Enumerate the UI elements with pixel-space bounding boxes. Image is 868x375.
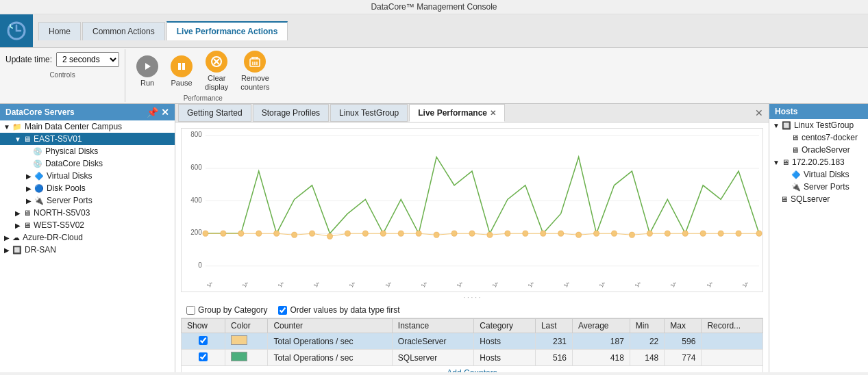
cloud-icon: ☁ bbox=[12, 233, 20, 242]
tree-item-centos7[interactable]: 🖥 centos7-docker bbox=[769, 131, 868, 144]
tab-live-performance[interactable]: Live Performance ✕ bbox=[409, 104, 505, 122]
app-logo[interactable] bbox=[0, 14, 33, 47]
group-by-category-input[interactable] bbox=[186, 306, 195, 315]
nav-tab-home[interactable]: Home bbox=[38, 22, 81, 40]
col-category: Category bbox=[474, 319, 536, 333]
clear-display-button[interactable]: Cleardisplay bbox=[199, 49, 234, 93]
tab-storage-profiles[interactable]: Storage Profiles bbox=[253, 104, 329, 122]
expand-linux-testgroup-r[interactable]: ▼ bbox=[772, 121, 780, 129]
svg-point-38 bbox=[451, 231, 457, 236]
row2-instance: SQLserver bbox=[392, 350, 474, 366]
row2-max: 774 bbox=[665, 350, 702, 366]
tree-item-west-s5v02[interactable]: ▶ 🖥 WEST-S5V02 bbox=[0, 219, 175, 231]
expand-dr-san[interactable]: ▶ bbox=[3, 246, 11, 254]
right-panel-title: Hosts bbox=[775, 107, 797, 116]
svg-point-50 bbox=[665, 231, 670, 236]
controls-label: Controls bbox=[49, 71, 75, 79]
order-values-input[interactable] bbox=[278, 306, 287, 315]
hosts-tree: ▼ 🔲 Linux TestGroup 🖥 centos7-docker 🖥 O… bbox=[769, 119, 868, 205]
svg-point-37 bbox=[434, 232, 439, 237]
table-row[interactable]: Total Operations / sec SQLserver Hosts 5… bbox=[182, 350, 763, 366]
add-counters-link[interactable]: Add Counters bbox=[447, 368, 497, 372]
row2-average: 418 bbox=[573, 350, 630, 366]
row1-max: 596 bbox=[665, 333, 702, 350]
tree-item-main-dc[interactable]: ▼ 📁 Main Data Center Campus bbox=[0, 120, 175, 133]
svg-point-54 bbox=[736, 231, 741, 236]
tree-item-dr-san[interactable]: ▶ 🔲 DR-SAN bbox=[0, 244, 175, 256]
nav-tab-common-actions[interactable]: Common Actions bbox=[82, 22, 165, 40]
remove-counters-button[interactable]: Removecounters bbox=[235, 49, 275, 93]
expand-north-s5v03[interactable]: ▶ bbox=[14, 209, 22, 217]
vdisk-icon-r: 🔷 bbox=[791, 170, 801, 179]
tree-item-north-s5v03[interactable]: ▶ 🖥 NORTH-S5V03 bbox=[0, 207, 175, 219]
svg-text:0: 0 bbox=[198, 261, 202, 269]
pause-label: Pause bbox=[171, 79, 192, 87]
row1-counter: Total Operations / sec bbox=[268, 333, 392, 350]
update-time-select[interactable]: 2 seconds 1 second 5 seconds 10 seconds … bbox=[56, 52, 119, 67]
tabs-bar: Getting Started Storage Profiles Linux T… bbox=[175, 104, 769, 122]
left-panel: DataCore Servers 📌 ✕ ▼ 📁 Main Data Cente… bbox=[0, 104, 175, 372]
row2-show[interactable] bbox=[182, 350, 225, 366]
order-values-checkbox[interactable]: Order values by data type first bbox=[278, 305, 399, 315]
san-icon: 🔲 bbox=[12, 246, 22, 255]
close-live-performance-tab[interactable]: ✕ bbox=[490, 109, 496, 118]
right-panel: Hosts ▼ 🔲 Linux TestGroup 🖥 centos7-dock… bbox=[769, 104, 868, 372]
svg-point-34 bbox=[380, 231, 386, 236]
row1-color bbox=[225, 333, 268, 350]
table-row[interactable]: Total Operations / sec OracleServer Host… bbox=[182, 333, 763, 350]
svg-point-35 bbox=[398, 231, 404, 236]
clear-label: Cleardisplay bbox=[205, 74, 228, 92]
svg-point-46 bbox=[594, 231, 599, 236]
server-icon-west: 🖥 bbox=[23, 221, 31, 229]
disk-pool-icon: 🔵 bbox=[34, 184, 44, 193]
expand-west-s5v02[interactable]: ▶ bbox=[14, 221, 22, 229]
tree-item-server-ports[interactable]: ▶ 🔌 Server Ports bbox=[0, 194, 175, 207]
svg-text:800: 800 bbox=[190, 131, 202, 139]
tree-item-physical-disks[interactable]: 💿 Physical Disks bbox=[0, 145, 175, 157]
tree-item-172-r[interactable]: ▼ 🖥 172.20.25.183 bbox=[769, 156, 868, 168]
tree-item-server-ports-r[interactable]: 🔌 Server Ports bbox=[769, 181, 868, 193]
expand-disk-pools[interactable]: ▶ bbox=[25, 184, 33, 192]
tree-item-datacore-disks[interactable]: 💿 DataCore Disks bbox=[0, 157, 175, 170]
svg-point-41 bbox=[505, 231, 510, 236]
svg-text:600: 600 bbox=[190, 164, 202, 171]
svg-point-27 bbox=[256, 231, 262, 236]
expand-east-s5v01[interactable]: ▼ bbox=[14, 135, 22, 143]
row1-show[interactable] bbox=[182, 333, 225, 350]
close-all-tabs-button[interactable]: ✕ bbox=[749, 105, 769, 121]
group-by-category-checkbox[interactable]: Group by Category bbox=[186, 305, 267, 315]
svg-point-48 bbox=[629, 232, 634, 237]
expand-server-ports[interactable]: ▶ bbox=[25, 196, 33, 205]
expand-azure-dr-cloud[interactable]: ▶ bbox=[3, 233, 11, 242]
tree-item-east-s5v01[interactable]: ▼ 🖥 EAST-S5V01 bbox=[0, 133, 175, 145]
nav-tab-live-performance-actions[interactable]: Live Performance Actions bbox=[166, 21, 288, 40]
row1-last: 231 bbox=[535, 333, 572, 350]
col-color: Color bbox=[225, 319, 268, 333]
pin-icon[interactable]: 📌 bbox=[147, 107, 158, 118]
run-button[interactable]: Run bbox=[131, 54, 164, 88]
chart-area: 800 600 400 200 0 bbox=[175, 122, 769, 372]
pause-button[interactable]: Pause bbox=[165, 54, 198, 88]
expand-main-dc[interactable]: ▼ bbox=[3, 122, 11, 131]
virtual-disk-icon: 🔷 bbox=[34, 172, 44, 181]
tree-item-oracleserver[interactable]: 🖥 OracleServer bbox=[769, 144, 868, 156]
col-instance: Instance bbox=[392, 319, 474, 333]
col-average: Average bbox=[573, 319, 630, 333]
expand-172-r[interactable]: ▼ bbox=[772, 158, 780, 166]
svg-point-40 bbox=[487, 232, 493, 237]
tree-item-disk-pools[interactable]: ▶ 🔵 Disk Pools bbox=[0, 182, 175, 194]
row1-min: 22 bbox=[630, 333, 664, 350]
add-counters-row[interactable]: Add Counters bbox=[182, 366, 763, 373]
tab-linux-testgroup[interactable]: Linux TestGroup bbox=[330, 104, 408, 122]
close-left-panel-icon[interactable]: ✕ bbox=[161, 107, 169, 118]
col-max: Max bbox=[665, 319, 702, 333]
performance-section: Run Pause bbox=[125, 49, 280, 102]
tree-item-virtual-disks-r[interactable]: 🔷 Virtual Disks bbox=[769, 168, 868, 181]
expand-virtual-disks[interactable]: ▶ bbox=[25, 172, 33, 180]
tree-item-virtual-disks[interactable]: ▶ 🔷 Virtual Disks bbox=[0, 170, 175, 182]
col-counter: Counter bbox=[268, 319, 392, 333]
tree-item-azure-dr-cloud[interactable]: ▶ ☁ Azure-DR-Cloud bbox=[0, 231, 175, 244]
tree-item-linux-testgroup-r[interactable]: ▼ 🔲 Linux TestGroup bbox=[769, 119, 868, 131]
tree-item-sqlserver-r[interactable]: 🖥 SQLserver bbox=[769, 193, 868, 205]
tab-getting-started[interactable]: Getting Started bbox=[178, 104, 251, 122]
